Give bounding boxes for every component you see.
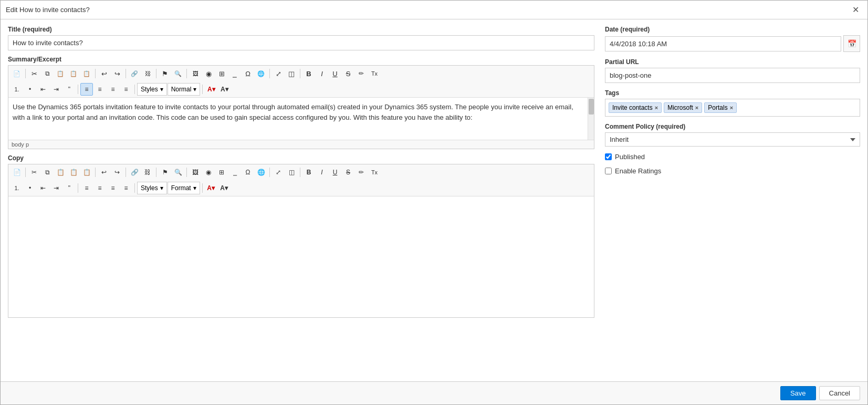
tb-new-btn[interactable] — [11, 67, 23, 80]
title-input[interactable] — [8, 35, 594, 50]
sep3 — [126, 69, 126, 78]
tb-redo-btn[interactable] — [111, 67, 123, 80]
copy-tb-expand-btn[interactable]: ⤢ — [272, 166, 285, 179]
copy-tb-align-center-btn[interactable]: ≡ — [93, 182, 106, 194]
comment-policy-select[interactable]: Inherit Open Closed Moderated — [605, 132, 860, 147]
copy-tb-bold-btn[interactable]: B — [302, 166, 315, 179]
cancel-button[interactable]: Cancel — [819, 386, 860, 400]
tb-ol-btn[interactable]: 1. — [11, 83, 23, 96]
tags-container[interactable]: Invite contacts × Microsoft × Portals × — [605, 99, 860, 117]
tb-globe-btn[interactable] — [255, 67, 267, 80]
tb-highlight-btn-1[interactable]: A▾ — [218, 83, 231, 96]
copy-content-editable[interactable] — [8, 196, 594, 317]
copy-tb-paste3-btn[interactable]: 📋 — [80, 166, 93, 179]
copy-tb-copy-btn[interactable]: ⧉ — [41, 166, 54, 179]
tb-expand-btn[interactable] — [272, 67, 285, 80]
copy-tb-align-right-btn[interactable]: ≡ — [107, 182, 119, 194]
tb-bold-btn[interactable] — [302, 67, 315, 80]
tb-cut-btn[interactable] — [28, 67, 40, 80]
partial-url-input[interactable] — [605, 68, 860, 83]
tag-label: Microsoft — [667, 104, 693, 111]
format-dropdown[interactable]: Format ▾ — [168, 182, 200, 194]
partial-url-section: Partial URL — [605, 58, 860, 83]
tb-unlink-btn[interactable] — [141, 67, 154, 80]
tb-horiz-btn[interactable] — [228, 67, 241, 80]
tb-ul-btn[interactable]: • — [24, 83, 36, 96]
styles-dropdown-1[interactable]: Styles ▾ — [137, 83, 167, 96]
copy-tb-strike-btn[interactable]: S — [342, 166, 354, 179]
enable-ratings-checkbox[interactable] — [605, 168, 612, 174]
copy-tb-pen-btn[interactable]: ✏ — [355, 166, 368, 179]
tb-align-left-btn[interactable]: ≡ — [80, 83, 93, 96]
published-checkbox[interactable] — [605, 153, 612, 160]
copy-tb-omega-btn[interactable]: Ω — [242, 166, 254, 179]
tb-omega-btn[interactable] — [242, 67, 254, 80]
tb-pen-btn[interactable] — [355, 67, 368, 80]
copy-tb-unlink-btn[interactable]: ⛓ — [141, 166, 154, 179]
copy-tb-table-btn[interactable]: ⊞ — [215, 166, 228, 179]
copy-tb-cut-btn[interactable]: ✂ — [28, 166, 40, 179]
copy-tb-flag-btn[interactable]: ⚑ — [159, 166, 171, 179]
tb-copy-btn[interactable] — [41, 67, 54, 80]
copy-tb-underline-btn[interactable]: U — [329, 166, 341, 179]
tb-strike-btn[interactable] — [342, 67, 354, 80]
copy-tb-font-color-btn[interactable]: A▾ — [205, 182, 217, 194]
styles-dropdown-2[interactable]: Styles ▾ — [137, 182, 167, 194]
copy-tb-highlight-btn[interactable]: A▾ — [218, 182, 231, 194]
tb-italic-btn[interactable] — [316, 67, 328, 80]
tb-indent-btn[interactable]: ⇥ — [50, 83, 62, 96]
copy-tb-redo-btn[interactable]: ↪ — [111, 166, 123, 179]
tb-table-btn[interactable] — [215, 67, 228, 80]
calendar-button[interactable]: 📅 — [843, 35, 860, 52]
copy-tb-flash-btn[interactable]: ◉ — [202, 166, 215, 179]
copy-tb-italic-btn[interactable]: I — [316, 166, 328, 179]
copy-tb-align-justify-btn[interactable]: ≡ — [120, 182, 132, 194]
copy-tb-horiz-btn[interactable]: ⎯ — [228, 166, 241, 179]
copy-tb-image-btn[interactable]: 🖼 — [189, 166, 202, 179]
summary-scrollbar[interactable] — [588, 98, 594, 140]
tb-search-btn[interactable] — [172, 67, 184, 80]
tb-align-justify-btn[interactable]: ≡ — [120, 83, 132, 96]
tb-underline-btn[interactable] — [329, 67, 341, 80]
copy-tb-paste2-btn[interactable]: 📋 — [67, 166, 80, 179]
tb-flash-btn[interactable] — [202, 67, 215, 80]
copy-tb-indent-btn[interactable]: ⇥ — [50, 182, 62, 194]
tb-align-right-btn[interactable]: ≡ — [107, 83, 119, 96]
tb-quote-btn[interactable]: " — [63, 83, 76, 96]
tb-align-center-btn[interactable]: ≡ — [93, 83, 106, 96]
enable-ratings-row: Enable Ratings — [605, 167, 860, 175]
close-button[interactable]: ✕ — [849, 4, 862, 16]
copy-tb-globe-btn[interactable]: 🌐 — [255, 166, 267, 179]
tb-paste2-btn[interactable] — [67, 67, 80, 80]
copy-tb-link-btn[interactable]: 🔗 — [128, 166, 141, 179]
tb-collapse-btn[interactable] — [285, 67, 298, 80]
copy-tb-ol-btn[interactable]: 1. — [11, 182, 23, 194]
tag-microsoft-close[interactable]: × — [695, 105, 698, 111]
copy-tb-outdent-btn[interactable]: ⇤ — [37, 182, 49, 194]
copy-tb-clear-btn[interactable]: Tx — [368, 166, 381, 179]
copy-tb-search-btn[interactable]: 🔍 — [172, 166, 184, 179]
tag-invite-contacts-close[interactable]: × — [655, 105, 658, 111]
copy-tb-undo-btn[interactable]: ↩ — [98, 166, 110, 179]
tb-undo-btn[interactable] — [98, 67, 110, 80]
copy-tb-quote-btn[interactable]: " — [63, 182, 76, 194]
save-button[interactable]: Save — [780, 386, 816, 400]
tb-font-color-btn-1[interactable]: A▾ — [205, 83, 217, 96]
tag-portals-close[interactable]: × — [730, 105, 733, 111]
copy-icon — [45, 70, 50, 77]
copy-tb-align-left-btn[interactable]: ≡ — [80, 182, 93, 194]
tb-paste3-btn[interactable] — [80, 67, 93, 80]
summary-content-editable[interactable]: Use the Dynamics 365 portals invitation … — [8, 98, 594, 140]
tb-link-btn[interactable] — [128, 67, 141, 80]
normal-dropdown[interactable]: Normal ▾ — [168, 83, 201, 96]
tb-image-btn[interactable] — [189, 67, 202, 80]
date-input[interactable] — [605, 36, 841, 51]
copy-tb-new-btn[interactable]: 📄 — [11, 166, 23, 179]
copy-tb-collapse-btn[interactable]: ◫ — [285, 166, 298, 179]
tb-clear-btn[interactable] — [368, 67, 381, 80]
tb-flag-btn[interactable] — [159, 67, 171, 80]
copy-tb-paste-btn[interactable]: 📋 — [54, 166, 67, 179]
copy-tb-ul-btn[interactable]: • — [24, 182, 36, 194]
tb-paste-btn[interactable] — [54, 67, 67, 80]
tb-outdent-btn[interactable]: ⇤ — [37, 83, 49, 96]
